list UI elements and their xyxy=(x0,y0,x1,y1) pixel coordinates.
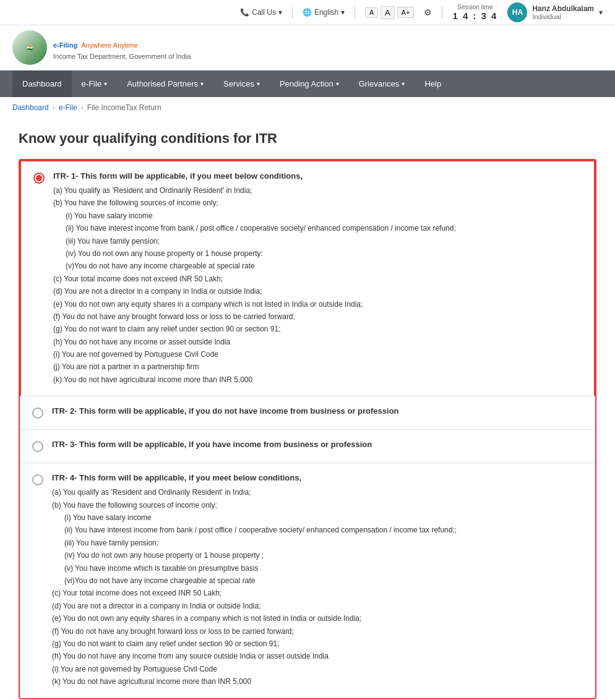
itr-line: (i) You are not governed by Portuguese C… xyxy=(53,348,582,361)
itr-line: (b) You have the following sources of in… xyxy=(53,197,582,209)
itr-option-itr2[interactable]: ITR- 2- This form will be applicable, if… xyxy=(20,396,595,430)
pending-arrow-icon: ▾ xyxy=(336,80,339,87)
itr-line: (iv) You do not own any house property o… xyxy=(53,247,582,260)
itr-line: (d) You are not a director in a company … xyxy=(52,600,583,612)
main-nav: Dashboard e-File ▾ Authorised Partners ▾… xyxy=(0,70,615,97)
grievances-arrow-icon: ▾ xyxy=(402,80,405,87)
itr-line: (f) You do not have any brought forward … xyxy=(53,310,582,323)
nav-help[interactable]: Help xyxy=(415,70,451,97)
lang-label: English xyxy=(314,8,338,17)
header: 🇮🇳 e-Filing Anywhere Anytime Income Tax … xyxy=(0,25,615,70)
itr-line: (a) You qualify as 'Resident and Ordinar… xyxy=(52,486,583,498)
itr-line: (a) You qualify as 'Resident and Ordinar… xyxy=(53,184,582,197)
nav-dashboard-label: Dashboard xyxy=(22,79,62,88)
call-arrow-icon: ▾ xyxy=(278,8,282,17)
itr-line: (e) You do not own any equity shares in … xyxy=(53,298,582,310)
efiling-brand: e-Filing Anywhere Anytime xyxy=(53,35,191,53)
itr-line: (iii) You have family pension; xyxy=(53,235,582,247)
radio-itr2[interactable] xyxy=(32,408,43,419)
itr-title-itr1: ITR- 1- This form will be applicable, if… xyxy=(53,171,582,181)
nav-authorised-label: Authorised Partners xyxy=(127,79,198,88)
itr-option-itr1[interactable]: ITR- 1- This form will be applicable, if… xyxy=(20,160,595,396)
user-info: Hanz Abdulkalam Individual xyxy=(532,4,594,20)
itr-line: (b) You have the following sources of in… xyxy=(52,499,583,511)
auth-arrow-icon: ▾ xyxy=(200,80,204,87)
breadcrumb-sep1: › xyxy=(53,103,55,112)
itr-body-itr4: (a) You qualify as 'Resident and Ordinar… xyxy=(52,486,583,688)
divider2 xyxy=(355,6,355,19)
lang-arrow-icon: ▾ xyxy=(341,8,345,17)
nav-grievances[interactable]: Grievances ▾ xyxy=(349,70,415,97)
divider xyxy=(292,6,293,19)
user-role: Individual xyxy=(532,13,594,20)
itr-line: (k) You do not have agricultural income … xyxy=(53,373,582,386)
nav-pending-action[interactable]: Pending Action ▾ xyxy=(270,70,349,97)
globe-icon: 🌐 xyxy=(303,8,312,17)
nav-services-label: Services xyxy=(223,79,254,88)
itr-line: (iii) You have family pension; xyxy=(52,537,583,549)
nav-help-label: Help xyxy=(424,79,441,88)
itr-line: (c) Your total income does not exceed IN… xyxy=(52,587,583,599)
font-controls: A A A+ xyxy=(365,6,414,19)
nav-efile[interactable]: e-File ▾ xyxy=(72,70,118,97)
language-selector[interactable]: 🌐 English ▾ xyxy=(303,8,345,17)
breadcrumb-current: File IncomeTax Return xyxy=(87,103,161,112)
logo-tagline: Anywhere Anytime xyxy=(81,41,137,49)
efile-arrow-icon: ▾ xyxy=(104,80,107,87)
itr-option-itr4[interactable]: ITR- 4- This form will be applicable, if… xyxy=(20,463,595,698)
user-dropdown-arrow[interactable]: ▾ xyxy=(599,8,603,17)
call-us-button[interactable]: 📞 Call Us ▾ xyxy=(240,8,282,17)
itr-line: (ii) You have interest income from bank … xyxy=(52,524,583,536)
user-section: HA Hanz Abdulkalam Individual ▾ xyxy=(507,2,603,22)
itr-line: (k) You do not have agricultural income … xyxy=(52,675,583,688)
nav-grievances-label: Grievances xyxy=(359,79,400,88)
itr-content-itr2: ITR- 2- This form will be applicable, if… xyxy=(52,406,583,419)
font-medium-button[interactable]: A xyxy=(381,6,395,19)
font-small-button[interactable]: A xyxy=(365,7,378,18)
logo-text: e-Filing Anywhere Anytime Income Tax Dep… xyxy=(53,35,191,61)
main-content: Know your qualifying conditions for ITR … xyxy=(0,118,615,700)
itr-line: (g) You do not want to claim any relief … xyxy=(52,638,583,650)
radio-itr3[interactable] xyxy=(32,441,43,452)
radio-itr4[interactable] xyxy=(32,474,43,485)
phone-icon: 📞 xyxy=(240,8,249,17)
itr-line: (h) You do not have any income or asset … xyxy=(53,336,582,348)
itr-line: (i) You have salary income xyxy=(52,511,583,524)
itr-line: (f) You do not have any brought forward … xyxy=(52,625,583,638)
nav-authorised-partners[interactable]: Authorised Partners ▾ xyxy=(117,70,213,97)
nav-pending-label: Pending Action xyxy=(280,79,333,88)
services-arrow-icon: ▾ xyxy=(257,80,260,87)
itr-line: (j) You are not a partner in a partnersh… xyxy=(53,361,582,373)
session-time-value: 1 4 : 3 4 xyxy=(452,11,497,21)
itr-option-itr3[interactable]: ITR- 3- This form will be applicable, if… xyxy=(20,430,595,463)
itr-line: (vi)You do not have any income chargeabl… xyxy=(52,574,583,587)
nav-efile-label: e-File xyxy=(82,79,102,88)
itr-line: (v)You do not have any income chargeable… xyxy=(53,260,582,272)
itr-line: (d) You are not a director in a company … xyxy=(53,285,582,297)
itr-line: (g) You do not want to claim any relief … xyxy=(53,323,582,335)
itr-line: (iv) You do not own any house property o… xyxy=(52,549,583,561)
itr-options-container: ITR- 1- This form will be applicable, if… xyxy=(19,159,596,699)
itr-content-itr1: ITR- 1- This form will be applicable, if… xyxy=(53,171,582,386)
itr-body-itr1: (a) You qualify as 'Resident and Ordinar… xyxy=(53,184,582,386)
divider3 xyxy=(442,6,442,19)
breadcrumb-dashboard[interactable]: Dashboard xyxy=(12,103,49,112)
settings-icon[interactable]: ⚙ xyxy=(424,7,432,17)
font-large-button[interactable]: A+ xyxy=(397,7,415,18)
itr-content-itr3: ITR- 3- This form will be applicable, if… xyxy=(52,440,583,453)
breadcrumb-sep2: › xyxy=(81,103,84,112)
nav-dashboard[interactable]: Dashboard xyxy=(12,70,72,97)
itr-content-itr4: ITR- 4- This form will be applicable, if… xyxy=(52,473,583,688)
radio-itr1[interactable] xyxy=(33,173,45,184)
logo-subtitle: Income Tax Department, Government of Ind… xyxy=(53,52,191,61)
itr-line: (ii) You have interest income from bank … xyxy=(53,222,582,234)
session-timer: Session time 1 4 : 3 4 xyxy=(452,4,497,21)
top-bar: 📞 Call Us ▾ 🌐 English ▾ A A A+ ⚙ Session… xyxy=(0,0,615,25)
call-label: Call Us xyxy=(252,8,276,17)
logo-emblem: 🇮🇳 xyxy=(12,30,47,65)
breadcrumb-efile[interactable]: e-File xyxy=(59,103,77,112)
nav-services[interactable]: Services ▾ xyxy=(213,70,270,97)
avatar: HA xyxy=(507,2,527,22)
itr-title-itr4: ITR- 4- This form will be applicable, if… xyxy=(52,473,583,482)
itr-line: (c) Your total income does not exceed IN… xyxy=(53,273,582,285)
